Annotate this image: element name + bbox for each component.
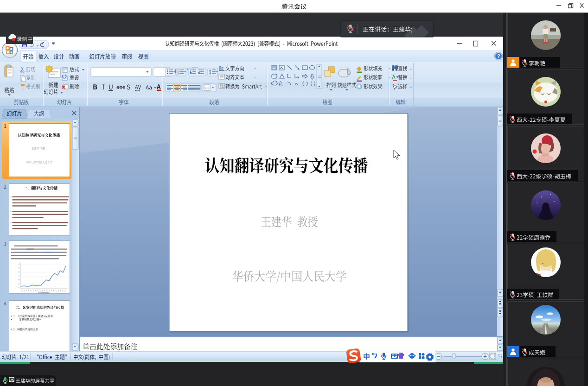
svg-text:?: ? [497, 53, 500, 59]
